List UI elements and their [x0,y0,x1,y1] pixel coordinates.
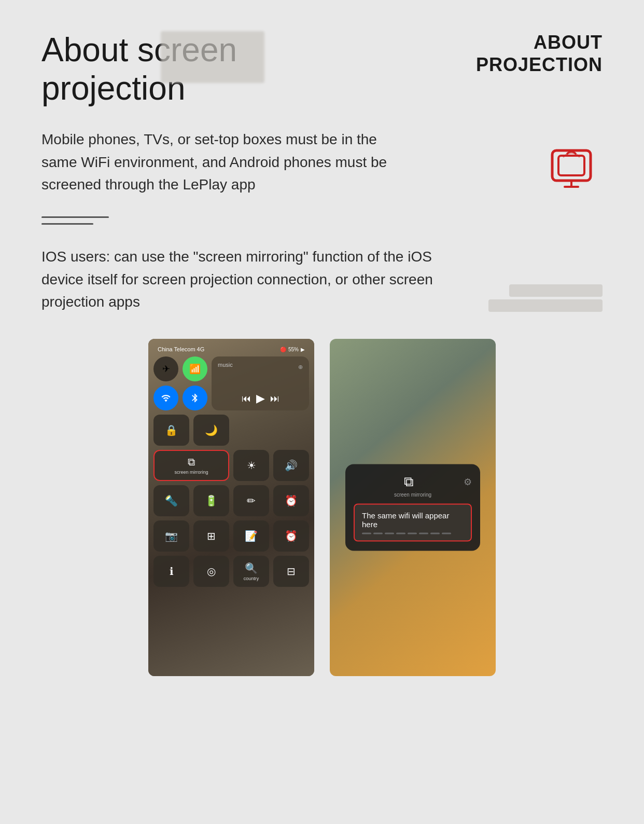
cc-play-btn[interactable]: ▶ [256,392,265,405]
cc-brightness-btn[interactable]: ☀ [233,450,269,481]
cc-cellular-btn[interactable]: 📶 [183,356,207,381]
sidebar-label-line2: PROJECTION [476,53,603,76]
cc-apps-btn[interactable]: ⊟ [273,556,309,587]
projection-icon-area [540,139,603,201]
cc-lock-btn[interactable]: 🔒 [153,415,189,446]
dot-7 [430,533,440,534]
screen-mirroring-label: screen mirroring [174,470,208,475]
cc-music-widget: music ⊕ ⏮ ▶ ⏭ [212,356,309,410]
mirror-icon: ⧉ [404,474,414,490]
cc-next-btn[interactable]: ⏭ [270,393,279,404]
mirror-panel: ⧉ ⚙ screen mirroring The same wifi will … [345,464,480,551]
blur-bg-1 [509,284,603,297]
cc-grid-row5: ℹ ◎ 🔍 country ⊟ [153,556,309,587]
cc-status-bar: China Telecom 4G 🔴 55% ▶ [153,344,309,356]
cc-grid-row4: 📷 ⊞ 📝 ⏰ [153,520,309,552]
ios-description: IOS users: can use the "screen mirroring… [41,245,456,313]
cc-screen-mirror-row: ⧉ screen mirroring ☀ 🔊 [153,450,309,481]
cc-info-btn[interactable]: ℹ [153,556,189,587]
cc-prev-btn[interactable]: ⏮ [242,393,251,404]
sidebar-label: ABOUT PROJECTION [476,31,603,76]
cc-edit2-btn[interactable]: 📝 [233,520,269,552]
right-phone-mockup: ⧉ ⚙ screen mirroring The same wifi will … [330,339,496,676]
country-label: country [244,576,259,581]
dot-5 [408,533,417,534]
ios-control-center: China Telecom 4G 🔴 55% ▶ ✈ 📶 [148,339,314,676]
dot-4 [396,533,405,534]
header-area: About screen projection ABOUT PROJECTION [41,31,603,107]
cc-top-row: ✈ 📶 [153,356,309,410]
cc-circle-btn[interactable]: ◎ [193,556,229,587]
carrier-label: China Telecom 4G [158,346,204,352]
projection-icon [548,146,595,193]
cc-camera-btn[interactable]: 📷 [153,520,189,552]
cc-empty2 [273,415,309,446]
svg-rect-1 [558,156,584,175]
title-image-placeholder [161,31,264,83]
divider-line-1 [41,216,109,218]
cc-alarm-btn[interactable]: ⏰ [273,485,309,516]
cc-grid-row2: 🔒 🌙 [153,415,309,446]
images-row: China Telecom 4G 🔴 55% ▶ ✈ 📶 [41,339,603,676]
dot-2 [373,533,383,534]
cc-battery-btn[interactable]: 🔋 [193,485,229,516]
divider-line-2 [41,223,93,225]
mirror-panel-header: ⧉ ⚙ [354,474,472,490]
music-label: music [218,362,233,368]
cc-screen-mirror-btn[interactable]: ⧉ screen mirroring [153,450,229,481]
blur-bg-2 [488,299,603,312]
mirror-wifi-box: The same wifi will appear here [354,504,472,542]
cc-wifi-btn[interactable] [153,386,178,410]
dot-6 [419,533,428,534]
cc-grid-row3: 🔦 🔋 ✏ ⏰ [153,485,309,516]
cc-airplane-btn[interactable]: ✈ [153,356,178,381]
cc-bluetooth-btn[interactable] [183,386,207,410]
cc-alarm2-btn[interactable]: ⏰ [273,520,309,552]
cc-qr-btn[interactable]: ⊞ [193,520,229,552]
dot-8 [442,533,451,534]
dot-3 [385,533,394,534]
cc-empty1 [233,415,269,446]
divider-lines [41,216,603,225]
battery-label: 🔴 55% ▶ [280,347,305,352]
description-section: Mobile phones, TVs, or set-top boxes mus… [41,128,603,201]
dot-1 [362,533,371,534]
mirror-wifi-text: The same wifi will appear here [362,511,464,529]
mirror-settings-icon[interactable]: ⚙ [464,476,472,487]
description-text: Mobile phones, TVs, or set-top boxes mus… [41,128,394,196]
mirror-dots [362,533,464,534]
cc-connectivity: ✈ 📶 [153,356,207,410]
sidebar-label-line1: ABOUT [476,31,603,53]
cc-flash-btn[interactable]: 🔦 [153,485,189,516]
cc-country-btn[interactable]: 🔍 country [233,556,269,587]
cc-edit-btn[interactable]: ✏ [233,485,269,516]
left-phone-mockup: China Telecom 4G 🔴 55% ▶ ✈ 📶 [148,339,314,676]
cc-music-controls: ⏮ ▶ ⏭ [218,392,303,405]
cc-moon-btn[interactable]: 🌙 [193,415,229,446]
cc-volume-btn[interactable]: 🔊 [273,450,309,481]
mirror-section-title: screen mirroring [354,492,472,498]
